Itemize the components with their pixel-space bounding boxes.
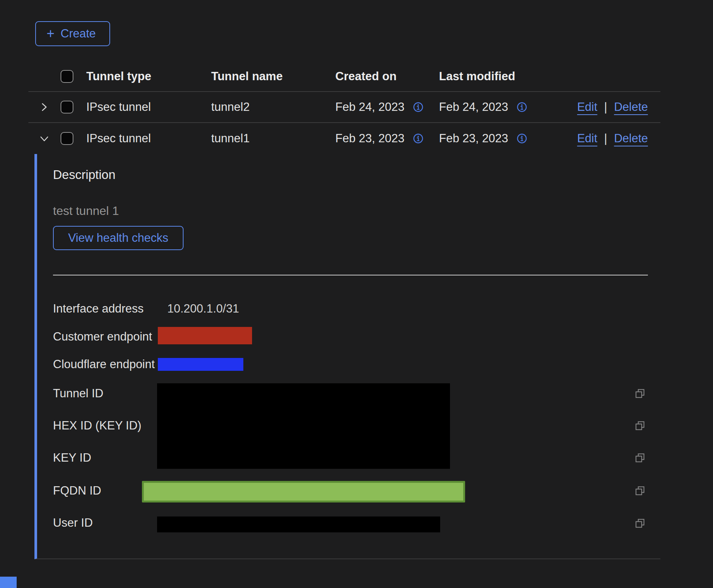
cloudflare-endpoint-redacted-value — [158, 358, 243, 371]
customer-endpoint-label: Customer endpoint — [53, 329, 152, 344]
table-header-row: Tunnel type Tunnel name Created on Last … — [28, 62, 660, 92]
last-modified-cell: Feb 23, 2023 — [439, 132, 508, 145]
row-checkbox[interactable] — [61, 101, 73, 114]
select-all-checkbox[interactable] — [61, 70, 73, 83]
description-label: Description — [53, 168, 115, 182]
customer-endpoint-redacted-value — [158, 327, 252, 344]
action-separator: | — [604, 100, 607, 114]
cloudflare-endpoint-label: Cloudflare endpoint — [53, 357, 155, 372]
ids-redacted-value-block — [157, 383, 450, 469]
table-row: IPsec tunnel tunnel1 Feb 23, 2023 Feb 23… — [28, 123, 660, 154]
interface-address-label: Interface address — [53, 301, 144, 316]
copy-icon[interactable] — [634, 485, 646, 496]
section-divider — [53, 275, 648, 275]
hex-id-label: HEX ID (KEY ID) — [53, 418, 142, 433]
header-last-modified: Last modified — [439, 70, 660, 83]
view-health-checks-button[interactable]: View health checks — [53, 226, 184, 250]
create-button-label: Create — [61, 27, 96, 40]
chevron-right-icon[interactable] — [39, 102, 49, 112]
action-separator: | — [604, 132, 607, 145]
key-id-label: KEY ID — [53, 450, 91, 465]
tunnel-type-cell: IPsec tunnel — [86, 132, 211, 145]
user-id-redacted-value — [157, 516, 440, 532]
create-button[interactable]: + Create — [35, 21, 110, 46]
last-modified-cell: Feb 24, 2023 — [439, 100, 508, 114]
bottom-blue-fragment — [0, 577, 17, 588]
chevron-down-icon[interactable] — [39, 133, 50, 144]
edit-link[interactable]: Edit — [577, 132, 597, 145]
tunnel-id-label: Tunnel ID — [53, 386, 103, 401]
plus-icon: + — [47, 27, 54, 40]
copy-icon[interactable] — [634, 452, 646, 464]
tunnels-page: + Create Tunnel type Tunnel name Created… — [0, 0, 713, 588]
description-value: test tunnel 1 — [53, 204, 119, 218]
edit-link[interactable]: Edit — [577, 100, 597, 114]
delete-link[interactable]: Delete — [614, 132, 648, 145]
fqdn-id-redacted-value — [142, 481, 465, 502]
fqdn-id-label: FQDN ID — [53, 483, 101, 498]
interface-address-value: 10.200.1.0/31 — [167, 301, 239, 316]
tunnel-name-cell: tunnel2 — [211, 100, 335, 114]
copy-icon[interactable] — [634, 388, 646, 399]
copy-icon[interactable] — [634, 518, 646, 529]
expanded-tunnel-panel: Description test tunnel 1 View health ch… — [34, 154, 660, 559]
user-id-label: User ID — [53, 515, 93, 530]
info-icon[interactable] — [413, 133, 423, 144]
info-icon[interactable] — [517, 133, 527, 144]
info-icon[interactable] — [413, 102, 423, 112]
row-checkbox[interactable] — [61, 132, 73, 145]
tunnel-type-cell: IPsec tunnel — [86, 100, 211, 114]
delete-link[interactable]: Delete — [614, 100, 648, 114]
tunnel-name-cell: tunnel1 — [211, 132, 335, 145]
created-on-cell: Feb 23, 2023 — [335, 132, 405, 145]
table-row: IPsec tunnel tunnel2 Feb 24, 2023 Feb 24… — [28, 92, 660, 123]
copy-icon[interactable] — [634, 420, 646, 431]
created-on-cell: Feb 24, 2023 — [335, 100, 405, 114]
header-tunnel-name: Tunnel name — [211, 70, 335, 83]
info-icon[interactable] — [517, 102, 527, 112]
header-tunnel-type: Tunnel type — [86, 70, 211, 83]
header-created-on: Created on — [335, 70, 439, 83]
